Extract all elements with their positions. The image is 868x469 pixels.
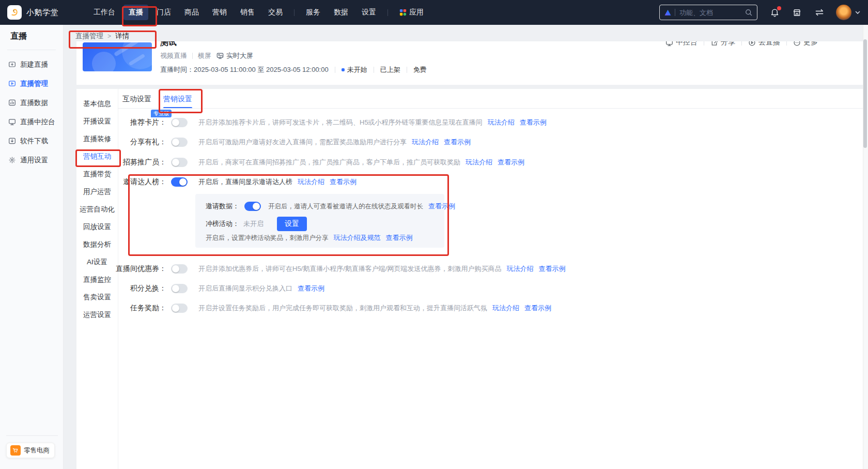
- view-example-link[interactable]: 查看示例: [428, 202, 455, 211]
- switch-account-icon[interactable]: [814, 7, 825, 18]
- toggle-invite-leaderboard[interactable]: [171, 177, 188, 187]
- how-to-play-link[interactable]: 玩法介绍: [412, 138, 439, 147]
- realtime-screen-label: 实时大屏: [226, 51, 253, 60]
- share-button[interactable]: 分享: [710, 41, 735, 47]
- toggle-task-reward[interactable]: [171, 304, 188, 313]
- realtime-screen[interactable]: 实时大屏: [216, 51, 253, 60]
- setting-label: 积分兑换：: [76, 284, 166, 293]
- tab-marketing-settings[interactable]: 营销设置: [163, 95, 192, 104]
- go-live-button[interactable]: 去直播: [748, 41, 780, 47]
- setting-label: 分享有礼：: [76, 138, 166, 147]
- view-example-link[interactable]: 查看示例: [298, 284, 324, 293]
- submenu-item-data-analysis[interactable]: 数据分析: [76, 236, 118, 253]
- meta-divider: [407, 67, 407, 73]
- toggle-points-exchange[interactable]: [171, 284, 188, 293]
- submenu-item-basic-info[interactable]: 基本信息: [76, 95, 118, 113]
- sidebar-title: 直播: [10, 31, 27, 42]
- nav-item-trade[interactable]: 交易: [263, 5, 288, 20]
- toggle-share-reward[interactable]: [171, 138, 188, 147]
- setting-row-live-coupon: 直播间优惠券： 开启并添加优惠券后，讲师可在H5/鹅直播小程序/鹅直播客户端/网…: [76, 262, 851, 276]
- nav-item-sales[interactable]: 销售: [235, 5, 260, 20]
- breadcrumb-parent[interactable]: 直播管理: [75, 32, 103, 41]
- setting-desc: 开启并添加优惠券后，讲师可在H5/鹅直播小程序/鹅直播客户端/网页端发送优惠券，…: [198, 264, 501, 274]
- how-to-play-link[interactable]: 玩法介绍: [488, 118, 515, 127]
- tab-interaction-settings[interactable]: 互动设置: [122, 95, 151, 104]
- nav-item-settings[interactable]: 设置: [357, 5, 381, 20]
- store-divider: [6, 435, 58, 436]
- nav-item-apps[interactable]: 应用: [394, 5, 429, 20]
- gear-icon: [8, 156, 16, 164]
- header-actions: 中控台 分享 去直播 更多: [665, 41, 818, 47]
- live-title: 测试: [160, 41, 177, 48]
- cart-icon: [10, 445, 21, 456]
- invite-data-desc: 开启后，邀请人可查看被邀请人的在线状态及观看时长: [268, 202, 423, 211]
- sidebar-item-live-manage[interactable]: 直播管理: [0, 74, 64, 93]
- tabbar-border: [118, 108, 863, 109]
- screen-icon: [216, 52, 224, 59]
- nav-item-workbench[interactable]: 工作台: [88, 5, 120, 20]
- how-to-play-link[interactable]: 玩法介绍: [506, 264, 533, 274]
- setting-desc: 开启后可激励用户邀请好友进入直播间，需配置奖品激励用户进行分享: [198, 138, 407, 147]
- nav-item-marketing[interactable]: 营销: [207, 5, 232, 20]
- toggle-recommend-card[interactable]: [171, 118, 188, 127]
- nav-item-service[interactable]: 服务: [301, 5, 326, 20]
- view-example-link[interactable]: 查看示例: [386, 233, 413, 243]
- store-switcher[interactable]: 零售电商: [6, 443, 55, 458]
- how-to-play-link[interactable]: 玩法介绍: [466, 158, 492, 167]
- view-example-link[interactable]: 查看示例: [330, 177, 357, 187]
- console-button[interactable]: 中控台: [665, 41, 698, 47]
- view-example-link[interactable]: 查看示例: [444, 138, 471, 147]
- sidebar-divider: [7, 50, 56, 50]
- download-icon: [8, 137, 16, 145]
- how-to-play-link[interactable]: 玩法介绍: [298, 177, 324, 187]
- search-divider: [675, 9, 675, 16]
- nav-item-store[interactable]: 门店: [151, 5, 176, 20]
- scrollbar-thumb[interactable]: [863, 39, 867, 148]
- submenu-item-operation-automation[interactable]: 运营自动化: [76, 201, 118, 218]
- live-time: 直播时间：2025-03-05 11:00:00 至 2025-03-05 12…: [160, 65, 329, 74]
- submenu-item-replay-settings[interactable]: 回放设置: [76, 218, 118, 236]
- notification-badge: [777, 6, 781, 10]
- nav-item-goods[interactable]: 商品: [179, 5, 204, 20]
- nav-item-live[interactable]: 直播: [123, 5, 148, 20]
- apps-grid-icon: [399, 9, 407, 16]
- brand[interactable]: 小鹅学堂: [7, 5, 58, 20]
- rank-activity-row: 冲榜活动： 未开启 设置: [206, 217, 307, 231]
- console-icon: [665, 41, 673, 47]
- sidebar-item-new-live[interactable]: 新建直播: [0, 55, 64, 74]
- sidebar-item-live-data[interactable]: 直播数据: [0, 93, 64, 112]
- nav-item-data[interactable]: 数据: [329, 5, 353, 20]
- shelf-status: 已上架: [380, 65, 400, 74]
- notifications-bell-icon[interactable]: [770, 8, 780, 18]
- meta-divider: [335, 67, 335, 73]
- view-example-link[interactable]: 查看示例: [520, 118, 547, 127]
- rank-setup-button[interactable]: 设置: [277, 217, 307, 231]
- search-input[interactable]: [678, 8, 741, 17]
- how-to-play-link[interactable]: 玩法介绍: [492, 304, 519, 313]
- chevron-down-icon[interactable]: [855, 9, 861, 16]
- action-divider: [741, 41, 742, 46]
- breadcrumb-current: 详情: [115, 32, 129, 41]
- view-example-link[interactable]: 查看示例: [498, 158, 524, 167]
- user-avatar[interactable]: [836, 5, 851, 20]
- more-icon: [793, 41, 801, 47]
- toggle-live-coupon[interactable]: [171, 264, 188, 274]
- shop-icon[interactable]: [792, 8, 802, 18]
- more-button[interactable]: 更多: [793, 41, 818, 47]
- sidebar-item-live-console[interactable]: 直播中控台: [0, 112, 64, 131]
- sidebar-item-software-download[interactable]: 软件下载: [0, 131, 64, 150]
- setting-row-task-reward: 任务奖励： 开启并设置任务奖励后，用户完成任务即可获取奖励，刺激用户观看和互动，…: [76, 301, 851, 315]
- toggle-invite-data[interactable]: [244, 202, 261, 211]
- toggle-recruit-promoter[interactable]: [171, 158, 188, 167]
- rank-activity-note: 开启后，设置冲榜活动奖品，刺激用户分享 玩法介绍及规范 查看示例: [206, 233, 413, 243]
- view-example-link[interactable]: 查看示例: [524, 304, 551, 313]
- sidebar-item-label: 直播管理: [20, 79, 48, 88]
- brand-name: 小鹅学堂: [26, 8, 58, 18]
- rules-link[interactable]: 玩法介绍及规范: [334, 233, 381, 243]
- global-search[interactable]: [659, 5, 757, 20]
- sidebar-menu: 新建直播 直播管理 直播数据 直播中控台 软件下载 通用设置: [0, 55, 64, 170]
- view-example-link[interactable]: 查看示例: [538, 264, 565, 274]
- setting-row-recommend-card: 推荐卡片： 开启并添加推荐卡片后，讲师可发送卡片，将二维码、H5或小程序外链等重…: [76, 115, 851, 130]
- sidebar-item-general-settings[interactable]: 通用设置: [0, 150, 64, 170]
- sidebar-item-label: 直播中控台: [20, 117, 55, 127]
